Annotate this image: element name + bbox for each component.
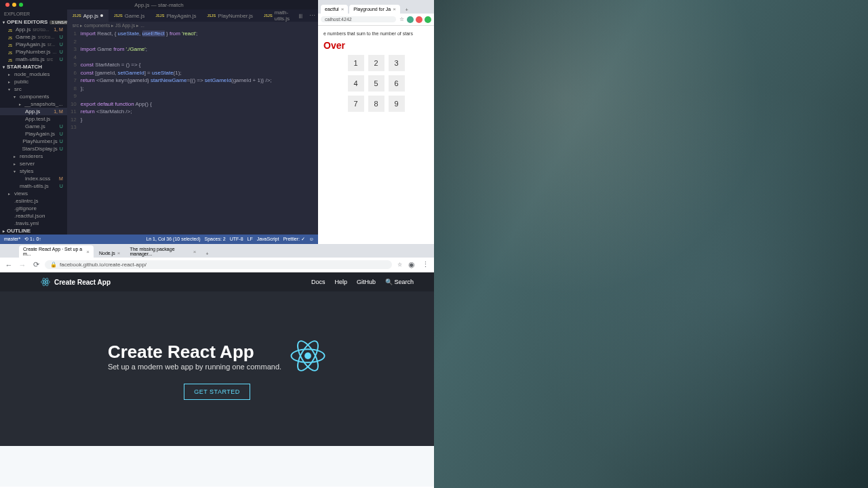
file-item[interactable]: .eslintrc.js <box>0 197 67 205</box>
get-started-button[interactable]: GET STARTED <box>184 384 250 400</box>
number-button[interactable]: 7 <box>348 96 364 112</box>
open-editors-section[interactable]: ▾ OPEN EDITORS 1 UNSAVED <box>0 18 67 26</box>
eol-status[interactable]: LF <box>248 237 253 242</box>
open-editor-item[interactable]: Game.js src/co...U <box>0 33 67 41</box>
back-button[interactable]: ← <box>4 261 14 269</box>
nav-help[interactable]: Help <box>334 279 347 285</box>
folder-item[interactable]: ▾src <box>0 85 67 93</box>
browser-tab[interactable]: eactful× <box>321 5 348 14</box>
folder-item[interactable]: ▸__snapshots_... <box>0 100 67 108</box>
address-bar[interactable]: calhost:4242 <box>321 16 396 22</box>
file-item[interactable]: Game.jsU <box>0 123 67 130</box>
file-item[interactable]: math-utils.jsU <box>0 182 67 190</box>
language-status[interactable]: JavaScript <box>257 237 279 242</box>
breadcrumb[interactable]: src ▸ components ▸ JS App.js ▸ ... <box>67 22 318 30</box>
file-item[interactable]: .reactful.json <box>0 212 67 220</box>
new-tab-button[interactable]: + <box>201 250 212 258</box>
number-button[interactable]: 2 <box>368 55 384 71</box>
folder-item[interactable]: ▾styles <box>0 167 67 175</box>
number-button[interactable]: 8 <box>368 96 384 112</box>
prettier-status[interactable]: Prettier: ✓ <box>283 237 304 242</box>
hero-subtitle: Set up a modern web app by running one c… <box>108 363 281 371</box>
close-tab-icon[interactable]: × <box>341 6 344 12</box>
feedback-icon[interactable]: ☺ <box>309 237 314 242</box>
file-item[interactable]: StarsDisplay.jsU <box>0 145 67 152</box>
file-item[interactable]: .travis.yml <box>0 220 67 227</box>
number-button[interactable]: 5 <box>368 75 384 92</box>
extension-icon[interactable] <box>407 16 414 23</box>
site-logo[interactable]: Create React App <box>41 277 111 287</box>
open-editor-item[interactable]: PlayAgain.js sr...U <box>0 41 67 48</box>
nav-docs[interactable]: Docs <box>311 279 326 285</box>
close-window-button[interactable] <box>5 3 9 7</box>
indent-status[interactable]: Spaces: 2 <box>205 237 226 242</box>
explorer-sidebar: EXPLORER ▾ OPEN EDITORS 1 UNSAVED App.js… <box>0 9 67 235</box>
new-tab-button[interactable]: + <box>401 6 412 14</box>
outline-section[interactable]: ▸ OUTLINE <box>0 227 67 235</box>
folder-item[interactable]: ▸renderers <box>0 152 67 160</box>
editor-tab[interactable]: JSApp.js <box>67 8 108 23</box>
forward-button[interactable]: → <box>18 261 27 269</box>
folder-item[interactable]: ▸node_modules <box>0 70 67 78</box>
file-item[interactable]: .gitignore <box>0 205 67 212</box>
window-title: App.js — star-match <box>134 2 183 8</box>
folder-item[interactable]: ▸views <box>0 190 67 197</box>
extension-icon[interactable] <box>425 16 431 23</box>
address-bar[interactable]: 🔒 facebook.github.io/create-react-app/ <box>45 260 392 269</box>
browser-tab[interactable]: The missing package manager...× <box>125 245 200 258</box>
project-section[interactable]: ▾ STAR-MATCH <box>0 63 67 70</box>
open-editor-item[interactable]: math-utils.js srcU <box>0 56 67 63</box>
maximize-window-button[interactable] <box>19 3 23 7</box>
code-editor[interactable]: 12345678910111213 import React, { useSta… <box>67 30 318 235</box>
react-icon <box>41 277 50 287</box>
open-editor-item[interactable]: PlayNumber.js ...U <box>0 48 67 56</box>
number-button[interactable]: 1 <box>348 55 364 71</box>
game-browser-window: eactful× Playground for Ja× + calhost:42… <box>318 0 434 244</box>
editor-tab[interactable]: JSPlayNumber.js <box>201 8 258 23</box>
more-actions-icon[interactable]: ⋯ <box>307 12 318 19</box>
status-bar: master* ⟲ 1↓ 0↑ Ln 1, Col 36 (10 selecte… <box>0 235 318 244</box>
browser-tab[interactable]: Playground for Ja× <box>349 5 400 14</box>
editor-tab[interactable]: JSmath-utils.js <box>258 8 295 23</box>
bookmark-star-icon[interactable]: ☆ <box>398 16 405 23</box>
editor-tab[interactable]: JSGame.js <box>108 8 151 23</box>
folder-item[interactable]: ▸server <box>0 160 67 167</box>
nav-github[interactable]: GitHub <box>357 279 376 285</box>
git-sync[interactable]: ⟲ 1↓ 0↑ <box>24 237 41 242</box>
file-item[interactable]: PlayNumber.jsU <box>0 138 67 145</box>
file-item[interactable]: App.js1, M <box>0 108 67 115</box>
reload-button[interactable]: ⟳ <box>31 260 41 269</box>
file-item[interactable]: PlayAgain.jsU <box>0 130 67 138</box>
folder-item[interactable]: ▸public <box>0 78 67 85</box>
close-tab-icon[interactable]: × <box>393 6 396 12</box>
menu-icon[interactable]: ⋮ <box>420 260 430 269</box>
cursor-position[interactable]: Ln 1, Col 36 (10 selected) <box>146 237 200 242</box>
editor-tab[interactable]: JSPlayAgain.js <box>151 8 202 23</box>
folder-item[interactable]: ▾components <box>0 93 67 100</box>
search-link[interactable]: 🔍 Search <box>385 279 414 285</box>
lock-icon: 🔒 <box>50 262 57 268</box>
encoding-status[interactable]: UTF-8 <box>230 237 243 242</box>
extension-icon[interactable] <box>416 16 422 23</box>
file-item[interactable]: App.test.js <box>0 115 67 123</box>
close-tab-icon[interactable]: × <box>193 249 197 255</box>
number-button[interactable]: 4 <box>348 75 364 92</box>
file-item[interactable]: index.scssM <box>0 175 67 182</box>
close-tab-icon[interactable]: × <box>117 250 121 256</box>
account-icon[interactable]: ◉ <box>407 260 416 269</box>
split-editor-icon[interactable]: ⫼ <box>295 12 307 19</box>
number-button[interactable]: 3 <box>389 55 405 71</box>
close-tab-icon[interactable]: × <box>86 249 90 255</box>
page-content <box>0 446 434 487</box>
number-button[interactable]: 9 <box>389 96 405 112</box>
bookmark-star-icon[interactable]: ☆ <box>396 262 403 268</box>
browser-tab[interactable]: Node.js× <box>95 249 124 258</box>
svg-point-0 <box>45 281 47 283</box>
browser-tab[interactable]: Create React App · Set up a m...× <box>19 245 94 258</box>
number-button[interactable]: 6 <box>389 75 405 92</box>
git-branch[interactable]: master* <box>4 237 20 242</box>
cra-browser-window: Create React App · Set up a m...× Node.j… <box>0 244 434 488</box>
open-editor-item[interactable]: App.js src/co...1, M <box>0 26 67 33</box>
background-photo <box>434 0 868 488</box>
minimize-window-button[interactable] <box>12 3 16 7</box>
